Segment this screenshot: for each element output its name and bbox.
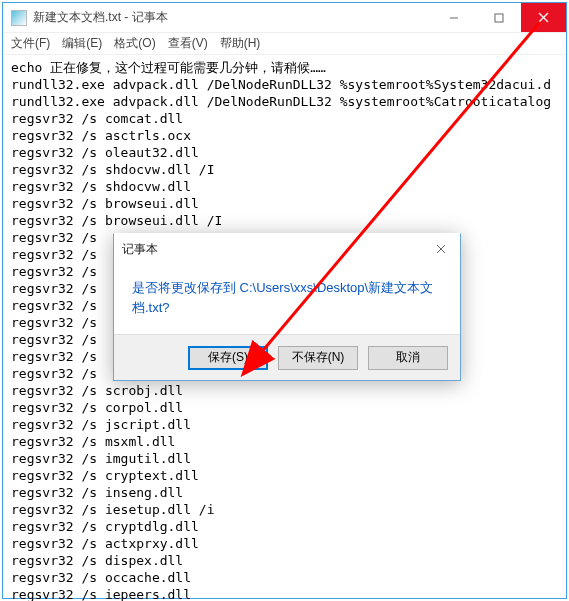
maximize-icon: [494, 13, 504, 23]
maximize-button[interactable]: [476, 3, 521, 32]
nosave-button[interactable]: 不保存(N): [278, 346, 358, 370]
dialog-close-button[interactable]: [430, 241, 452, 257]
minimize-icon: [449, 13, 459, 23]
menu-edit[interactable]: 编辑(E): [62, 35, 102, 52]
dialog-message: 是否将更改保存到 C:\Users\xxs\Desktop\新建文本文档.txt…: [114, 264, 460, 334]
notepad-icon: [11, 10, 27, 26]
minimize-button[interactable]: [431, 3, 476, 32]
menubar: 文件(F) 编辑(E) 格式(O) 查看(V) 帮助(H): [3, 33, 566, 55]
svg-rect-1: [495, 14, 503, 22]
menu-file[interactable]: 文件(F): [11, 35, 50, 52]
dialog-titlebar: 记事本: [114, 234, 460, 264]
close-button[interactable]: [521, 3, 566, 32]
menu-help[interactable]: 帮助(H): [220, 35, 261, 52]
menu-view[interactable]: 查看(V): [168, 35, 208, 52]
dialog-title: 记事本: [122, 241, 158, 258]
save-dialog: 记事本 是否将更改保存到 C:\Users\xxs\Desktop\新建文本文档…: [113, 233, 461, 381]
window-buttons: [431, 3, 566, 32]
menu-format[interactable]: 格式(O): [114, 35, 155, 52]
save-button[interactable]: 保存(S): [188, 346, 268, 370]
dialog-footer: 保存(S) 不保存(N) 取消: [114, 334, 460, 380]
window-title: 新建文本文档.txt - 记事本: [33, 9, 431, 26]
close-icon: [538, 12, 549, 23]
cancel-button[interactable]: 取消: [368, 346, 448, 370]
close-icon: [436, 244, 446, 254]
titlebar: 新建文本文档.txt - 记事本: [3, 3, 566, 33]
